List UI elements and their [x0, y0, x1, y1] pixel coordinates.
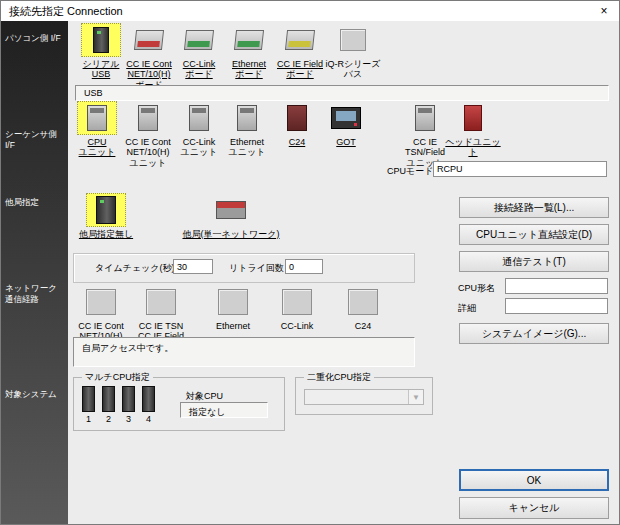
pcif-cclink-board-label: CC-Link ボード — [183, 59, 216, 80]
system-image-button[interactable]: システムイメージ(G)... — [459, 323, 609, 344]
route-ccie-tsn-field[interactable]: CC IE TSN CC IE Field — [133, 285, 189, 342]
ccie-field-board-icon — [285, 30, 315, 50]
pcif-ethernet-board-label: Ethernet ボード — [232, 59, 266, 80]
pcif-serial-usb[interactable]: シリアル USB — [77, 23, 125, 80]
ccie-cont-unit-icon — [138, 105, 158, 131]
dual-cpu-group-label: 二重化CPU指定 — [304, 371, 374, 384]
route-c24[interactable]: C24 — [335, 285, 391, 331]
cclink-unit-icon — [189, 105, 209, 131]
sidebar: パソコン側 I/F シーケンサ側 I/F 他局指定 ネットワーク 通信経路 対象… — [1, 21, 68, 525]
sidebar-item-other-station: 他局指定 — [5, 197, 39, 208]
multi-cpu-1[interactable]: 1 — [82, 386, 95, 424]
pcif-ccie-field-board-label: CC IE Field ボード — [277, 59, 323, 80]
c24-icon — [287, 105, 307, 131]
multi-cpu-2[interactable]: 2 — [102, 386, 115, 424]
plcif-c24-label: C24 — [289, 137, 306, 147]
cpu2-icon — [102, 386, 115, 412]
plcif-head-unit[interactable]: ヘッドユニット — [445, 101, 501, 158]
time-check-field[interactable] — [173, 259, 213, 274]
ok-button[interactable]: OK — [459, 469, 609, 491]
single-network-icon — [216, 201, 246, 219]
plcif-cpu-unit-label: CPU ユニット — [79, 137, 116, 158]
route-c24-label: C24 — [355, 321, 372, 331]
ccie-tsn-field-unit-icon — [415, 105, 435, 131]
cancel-button[interactable]: キャンセル — [459, 497, 609, 519]
sidebar-item-network-route: ネットワーク 通信経路 — [5, 283, 57, 304]
cpu4-icon — [142, 386, 155, 412]
route-ccie-cont[interactable]: CC IE Cont NET/10(H) — [73, 285, 129, 342]
other-station-single-network-label: 他局(単一ネットワーク) — [182, 229, 279, 239]
plcif-ccie-cont-unit[interactable]: CC IE Cont NET/10(H) ユニット — [121, 101, 175, 168]
cpu2-number: 2 — [106, 414, 111, 424]
multi-cpu-group-label: マルチCPU指定 — [82, 371, 153, 384]
multi-cpu-group: マルチCPU指定 1 2 3 4 対象CPU 指定なし — [73, 377, 285, 431]
other-station-none-label: 他局指定無し — [79, 229, 133, 239]
sidebar-item-plc-if: シーケンサ側 I/F — [5, 129, 68, 150]
pcif-iqr-bus-label: iQ-Rシリーズ バス — [325, 59, 380, 80]
pcif-cclink-board[interactable]: CC-Link ボード — [175, 23, 223, 80]
plcif-got-label: GOT — [336, 137, 356, 147]
cpu-model-label: CPU形名 — [458, 282, 495, 295]
plcif-ethernet-unit-label: Ethernet ユニット — [229, 137, 266, 158]
sidebar-item-pc-if: パソコン側 I/F — [5, 33, 61, 44]
cpu-direct-connect-button[interactable]: CPUユニット直結設定(D) — [459, 224, 609, 245]
got-icon — [331, 107, 361, 129]
route-cclink-icon — [282, 289, 312, 315]
route-ethernet-icon — [218, 289, 248, 315]
comm-test-button[interactable]: 通信テスト(T) — [459, 251, 609, 272]
no-other-station-icon — [96, 196, 116, 224]
route-cclink[interactable]: CC-Link — [269, 285, 325, 331]
route-ethernet-label: Ethernet — [216, 321, 250, 331]
dual-cpu-group: 二重化CPU指定 ▼ — [295, 377, 433, 415]
sidebar-item-target-system: 対象システム — [5, 389, 57, 400]
plcif-got[interactable]: GOT — [321, 101, 371, 147]
cpu-model-field[interactable] — [505, 278, 608, 294]
route-ethernet[interactable]: Ethernet — [205, 285, 261, 331]
cpu-mode-field[interactable] — [433, 161, 607, 177]
serial-usb-icon — [93, 27, 109, 53]
route-ccie-tsn-field-icon — [146, 289, 176, 315]
other-station-single-network[interactable]: 他局(単一ネットワーク) — [179, 193, 283, 239]
target-cpu-value: 指定なし — [181, 403, 267, 419]
route-ccie-cont-icon — [86, 289, 116, 315]
ethernet-board-icon — [234, 30, 264, 50]
plcif-cclink-unit[interactable]: CC-Link ユニット — [175, 101, 223, 158]
cpu1-number: 1 — [86, 414, 91, 424]
detail-label: 詳細 — [458, 302, 476, 315]
close-icon: × — [600, 4, 607, 18]
window-title: 接続先指定 Connection — [1, 4, 123, 19]
pcif-iqr-bus[interactable]: iQ-Rシリーズ バス — [325, 23, 381, 80]
cpu-unit-icon — [87, 105, 107, 131]
pcif-ccie-field-board[interactable]: CC IE Field ボード — [273, 23, 327, 80]
cpu-mode-label: CPUモード — [387, 165, 433, 178]
cpu4-number: 4 — [146, 414, 151, 424]
retry-field[interactable] — [285, 259, 323, 274]
plcif-ccie-cont-unit-label: CC IE Cont NET/10(H) ユニット — [125, 137, 171, 168]
cpu1-icon — [82, 386, 95, 412]
pcif-serial-usb-label: シリアル USB — [83, 59, 120, 80]
ccie-cont-board-icon — [134, 30, 164, 50]
head-unit-icon — [464, 105, 482, 131]
detail-field[interactable] — [505, 298, 608, 314]
ethernet-unit-icon — [237, 105, 257, 131]
target-cpu-value-box: 指定なし — [180, 402, 268, 418]
close-button[interactable]: × — [589, 1, 619, 21]
route-cclink-label: CC-Link — [281, 321, 314, 331]
status-box: 自局アクセス中です。 — [73, 337, 415, 367]
pc-if-bus-bar: USB — [75, 85, 609, 101]
titlebar: 接続先指定 Connection × — [1, 1, 619, 21]
plcif-cpu-unit[interactable]: CPU ユニット — [73, 101, 121, 158]
plcif-ethernet-unit[interactable]: Ethernet ユニット — [223, 101, 271, 158]
multi-cpu-3[interactable]: 3 — [122, 386, 135, 424]
route-list-button[interactable]: 接続経路一覧(L)... — [459, 197, 609, 218]
dual-cpu-dropdown[interactable]: ▼ — [304, 389, 424, 405]
route-c24-icon — [348, 289, 378, 315]
plcif-c24[interactable]: C24 — [273, 101, 321, 147]
status-text: 自局アクセス中です。 — [74, 338, 414, 355]
multi-cpu-4[interactable]: 4 — [142, 386, 155, 424]
pcif-ethernet-board[interactable]: Ethernet ボード — [225, 23, 273, 80]
chevron-down-icon: ▼ — [408, 390, 423, 404]
retry-label: リトライ回数 — [229, 262, 284, 275]
pcif-ccie-cont-board[interactable]: CC IE Cont NET/10(H) ボード — [123, 23, 175, 90]
other-station-none[interactable]: 他局指定無し — [73, 193, 139, 239]
